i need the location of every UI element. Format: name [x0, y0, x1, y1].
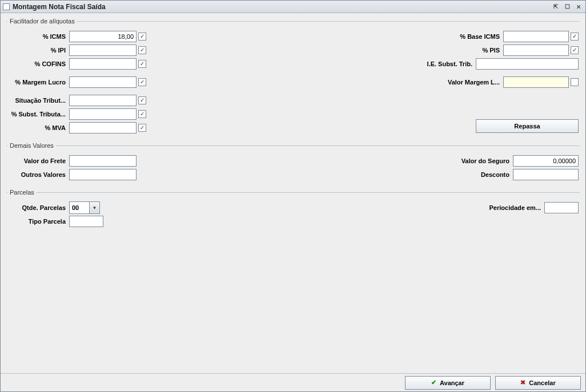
group-facilitador-legend: Facilitador de alíquotas	[7, 18, 77, 25]
window: Montagem Nota Fiscal Saída ⇱ ☐ ⨯ Facilit…	[0, 0, 586, 392]
icms-input[interactable]	[69, 31, 137, 42]
cancelar-button[interactable]: ✖ Cancelar	[495, 376, 581, 390]
restore-icon[interactable]: ⇱	[551, 3, 560, 11]
cancelar-button-label: Cancelar	[529, 379, 555, 386]
icms-label: % ICMS	[7, 33, 69, 40]
valor-margem-checkbox[interactable]	[571, 78, 579, 86]
valor-frete-label: Valor do Frete	[7, 157, 69, 164]
subst-tribut-label: % Subst. Tributa...	[7, 111, 69, 118]
qtde-parcelas-select[interactable]: 00 ▼	[69, 201, 100, 214]
cofins-checkbox[interactable]	[138, 60, 146, 68]
mva-input[interactable]	[69, 122, 137, 134]
mva-checkbox[interactable]	[138, 124, 146, 132]
check-icon: ✔	[431, 379, 436, 386]
mva-label: % MVA	[7, 124, 69, 131]
repassa-button[interactable]: Repassa	[476, 119, 579, 133]
facilitador-left-col: % ICMS % IPI % COFINS	[7, 30, 282, 135]
desconto-label: Desconto	[304, 171, 513, 178]
base-icms-checkbox[interactable]	[571, 33, 579, 41]
icms-checkbox[interactable]	[138, 33, 146, 41]
periodicidade-label: Periocidade em...	[304, 204, 544, 211]
window-icon	[3, 3, 10, 10]
window-title: Montagem Nota Fiscal Saída	[13, 3, 551, 11]
x-icon: ✖	[520, 379, 525, 386]
qtde-parcelas-value: 00	[70, 204, 89, 211]
outros-valores-label: Outros Valores	[7, 171, 69, 178]
ipi-checkbox[interactable]	[138, 46, 146, 54]
tipo-parcela-input[interactable]	[69, 216, 103, 227]
base-icms-input[interactable]	[503, 31, 569, 42]
window-controls: ⇱ ☐ ⨯	[551, 3, 583, 11]
desconto-input[interactable]	[513, 169, 579, 180]
ipi-input[interactable]	[69, 45, 137, 56]
cofins-label: % COFINS	[7, 60, 69, 67]
pis-label: % PIS	[304, 47, 503, 54]
close-icon[interactable]: ⨯	[574, 3, 583, 11]
pis-checkbox[interactable]	[571, 46, 579, 54]
subst-tribut-input[interactable]	[69, 108, 137, 120]
qtde-parcelas-label: Qtde. Parcelas	[7, 204, 69, 211]
cofins-input[interactable]	[69, 58, 137, 70]
group-demais: Demais Valores Valor do Frete Outros Val…	[6, 142, 580, 185]
chevron-down-icon: ▼	[89, 202, 99, 213]
situacao-tribut-checkbox[interactable]	[138, 96, 146, 104]
maximize-icon[interactable]: ☐	[563, 3, 572, 11]
group-parcelas: Parcelas Qtde. Parcelas 00 ▼ Tipo Parcel…	[6, 189, 580, 232]
pis-input[interactable]	[503, 45, 569, 56]
situacao-tribut-label: Situação Tribut...	[7, 97, 69, 104]
footer-bar: ✔ Avançar ✖ Cancelar	[1, 373, 585, 391]
titlebar: Montagem Nota Fiscal Saída ⇱ ☐ ⨯	[1, 1, 585, 13]
group-demais-legend: Demais Valores	[7, 142, 56, 149]
ipi-label: % IPI	[7, 47, 69, 54]
ie-subst-trib-label: I.E. Subst. Trib.	[304, 60, 476, 67]
outros-valores-input[interactable]	[69, 169, 137, 180]
avancar-button[interactable]: ✔ Avançar	[405, 376, 491, 390]
valor-margem-label: Valor Margem L...	[304, 79, 503, 86]
periodicidade-input[interactable]	[544, 202, 579, 213]
margem-lucro-label: % Margem Lucro	[7, 79, 69, 86]
valor-margem-input[interactable]	[503, 76, 569, 88]
base-icms-label: % Base ICMS	[304, 33, 503, 40]
group-facilitador: Facilitador de alíquotas % ICMS % IPI	[6, 18, 580, 139]
group-parcelas-legend: Parcelas	[7, 189, 37, 196]
situacao-tribut-input[interactable]	[69, 95, 137, 106]
valor-seguro-input[interactable]	[513, 155, 579, 167]
facilitador-right-col: % Base ICMS % PIS I.E. Subst. Trib.	[304, 30, 579, 135]
valor-seguro-label: Valor do Seguro	[304, 157, 513, 164]
subst-tribut-checkbox[interactable]	[138, 110, 146, 118]
margem-lucro-input[interactable]	[69, 76, 137, 88]
avancar-button-label: Avançar	[440, 379, 464, 386]
tipo-parcela-label: Tipo Parcela	[7, 218, 69, 225]
margem-lucro-checkbox[interactable]	[138, 78, 146, 86]
ie-subst-trib-input[interactable]	[476, 58, 579, 70]
valor-frete-input[interactable]	[69, 155, 137, 167]
repassa-button-label: Repassa	[514, 123, 540, 130]
content-area: Facilitador de alíquotas % ICMS % IPI	[1, 13, 585, 373]
